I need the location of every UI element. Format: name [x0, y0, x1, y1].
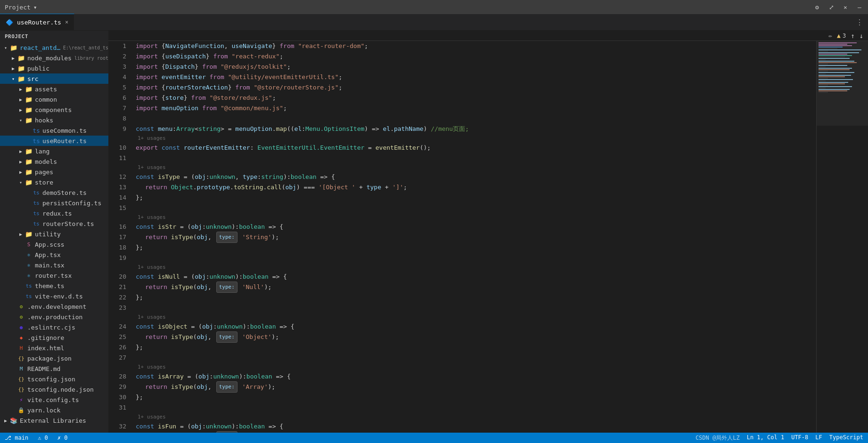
sidebar-item-pages[interactable]: ▶ 📁 pages: [0, 167, 108, 177]
sidebar-item-react-antd-ts[interactable]: ▾ 📁 react_antd_ts E:\react_antd_ts: [0, 42, 108, 53]
sidebar-item-gitignore[interactable]: ▶ ◆ .gitignore: [0, 332, 108, 343]
project-label[interactable]: Project: [5, 4, 31, 11]
warnings-status[interactable]: ⚠ 0: [38, 435, 48, 441]
minimap-content: [817, 41, 868, 419]
code-line-31: [136, 403, 816, 413]
arrow-icon: ▾: [2, 44, 9, 51]
title-bar-left: Project ▾: [5, 4, 37, 11]
code-line-32: const isFun = (obj:unknown):boolean => {: [136, 421, 816, 432]
editor-area: ✏ ▲ 3 ↑ ↓ 1 2 3 4 5 6 7 8 9 10 11: [108, 31, 868, 433]
code-line-9: const menu:Array<string> = menuOption.ma…: [136, 124, 816, 134]
sidebar-item-demostore[interactable]: ▶ ts demoStore.ts: [0, 187, 108, 198]
expand-icon[interactable]: ⤢: [827, 3, 835, 11]
encoding[interactable]: UTF-8: [791, 434, 808, 442]
editor-top-bar: ✏ ▲ 3 ↑ ↓: [108, 31, 868, 41]
sidebar-item-assets[interactable]: ▶ 📁 assets: [0, 84, 108, 94]
json-icon: {}: [17, 385, 25, 394]
tsx-icon: ⚛: [25, 261, 33, 269]
title-bar: Project ▾ ⚙ ⤢ × —: [0, 0, 868, 14]
warning-icon: ▲: [837, 32, 841, 39]
sidebar-item-src[interactable]: ▾ 📁 src: [0, 73, 108, 84]
ts-icon: ts: [32, 209, 41, 217]
sidebar-item-tsconfig-node[interactable]: ▶ {} tsconfig.node.json: [0, 384, 108, 395]
project-dropdown-icon[interactable]: ▾: [33, 4, 37, 11]
folder-icon: 📁: [17, 54, 25, 62]
nav-down-button[interactable]: ↓: [860, 32, 863, 40]
code-line-7: import menuOption from "@common/menu.js"…: [136, 103, 816, 113]
code-line-30: };: [136, 392, 816, 403]
nav-up-button[interactable]: ↑: [851, 32, 854, 40]
code-line-18: };: [136, 242, 816, 253]
sidebar-item-common[interactable]: ▶ 📁 common: [0, 94, 108, 105]
code-editor[interactable]: import {NavigateFunction, useNavigate} f…: [132, 41, 816, 433]
sidebar-item-persistconfig[interactable]: ▶ ts persistConfig.ts: [0, 198, 108, 208]
sidebar-item-package-json[interactable]: ▶ {} package.json: [0, 353, 108, 363]
sidebar-item-router-tsx[interactable]: ▶ ⚛ router.tsx: [0, 270, 108, 281]
tab-use-router[interactable]: 🔷 useRouter.ts ×: [0, 14, 74, 30]
sidebar-item-env-prod[interactable]: ▶ ⚙ .env.production: [0, 312, 108, 322]
arrow-icon: ▶: [17, 230, 25, 238]
sidebar-item-env-dev[interactable]: ▶ ⚙ .env.development: [0, 301, 108, 312]
arrow-icon: ▶: [9, 64, 17, 72]
sidebar-item-usecommon[interactable]: ▶ ts useCommon.ts: [0, 125, 108, 136]
cursor-position[interactable]: Ln 1, Col 1: [747, 434, 784, 442]
ts-icon: ts: [32, 188, 41, 197]
folder-icon: 📁: [25, 157, 33, 166]
sidebar-item-theme[interactable]: ▶ ts theme.ts: [0, 281, 108, 291]
sidebar-item-hooks[interactable]: ▾ 📁 hooks: [0, 115, 108, 125]
sidebar-item-routerstore[interactable]: ▶ ts routerStore.ts: [0, 218, 108, 229]
code-line-20: const isNull = (obj:unknown):boolean => …: [136, 272, 816, 282]
arrow-icon: ▾: [17, 178, 25, 186]
sidebar-item-public[interactable]: ▶ 📁 public: [0, 63, 108, 73]
sidebar-item-lang[interactable]: ▶ 📁 lang: [0, 146, 108, 156]
sidebar-item-external-libs[interactable]: ▶ 📚 External Libraries: [0, 415, 108, 426]
sidebar-item-node-modules[interactable]: ▶ 📁 node_modules library root: [0, 53, 108, 63]
code-line-16: const isStr = (obj:unknown):boolean => {: [136, 222, 816, 232]
folder-icon: 📁: [25, 95, 33, 104]
sidebar-item-vite-env[interactable]: ▶ ts vite-env.d.ts: [0, 291, 108, 301]
sidebar-item-store[interactable]: ▾ 📁 store: [0, 177, 108, 187]
tab-icon: 🔷: [6, 19, 13, 26]
minimize-icon[interactable]: —: [856, 3, 863, 11]
code-line-6: import {store} from "@store/redux.js";: [136, 93, 816, 103]
code-line-23: [136, 303, 816, 313]
sidebar-item-vite-config[interactable]: ▶ ⚡ vite.config.ts: [0, 395, 108, 405]
sidebar-item-userouter[interactable]: ▶ ts useRouter.ts: [0, 136, 108, 146]
sidebar-item-redux[interactable]: ▶ ts redux.ts: [0, 208, 108, 218]
arrow-icon: ▶: [17, 85, 25, 93]
sidebar-item-eslint[interactable]: ▶ ● .eslintrc.cjs: [0, 322, 108, 332]
status-bar: ⎇ main ⚠ 0 ✗ 0 CSDN @局外人LZ Ln 1, Col 1 U…: [0, 433, 868, 443]
ts-icon: ts: [32, 137, 41, 145]
folder-icon: 📁: [9, 43, 18, 52]
sidebar-item-index-html[interactable]: ▶ H index.html: [0, 343, 108, 353]
sidebar-item-readme[interactable]: ▶ M README.md: [0, 363, 108, 374]
sidebar-item-app-scss[interactable]: ▶ S App.scss: [0, 239, 108, 250]
arrow-icon: ▶: [17, 147, 25, 155]
code-line-25: return isType(obj, type: 'Object');: [136, 332, 816, 342]
code-line-26: };: [136, 342, 816, 353]
errors-status[interactable]: ✗ 0: [57, 435, 68, 441]
sidebar-item-components[interactable]: ▶ 📁 components: [0, 105, 108, 115]
code-line-3: import {Dispatch} from "@reduxjs/toolkit…: [136, 62, 816, 72]
sidebar-item-utility[interactable]: ▶ 📁 utility: [0, 229, 108, 239]
code-line-13: return Object.prototype.toString.call(ob…: [136, 182, 816, 193]
tab-close-button[interactable]: ×: [65, 19, 68, 25]
code-line-4: import eventEmitter from "@utility/event…: [136, 72, 816, 82]
sidebar-item-main-tsx[interactable]: ▶ ⚛ main.tsx: [0, 260, 108, 270]
close-icon[interactable]: ×: [842, 3, 849, 11]
code-line-27: [136, 353, 816, 363]
tab-more-button[interactable]: ⋮: [851, 18, 868, 27]
edit-icon[interactable]: ✏: [828, 32, 832, 39]
code-line-1: import {NavigateFunction, useNavigate} f…: [136, 41, 816, 51]
folder-icon: 📁: [17, 64, 25, 72]
sidebar-item-app-tsx[interactable]: ▶ ⚛ App.tsx: [0, 250, 108, 260]
sidebar-item-yarn-lock[interactable]: ▶ 🔒 yarn.lock: [0, 405, 108, 415]
sidebar-item-tsconfig[interactable]: ▶ {} tsconfig.json: [0, 374, 108, 384]
sidebar-item-models[interactable]: ▶ 📁 models: [0, 156, 108, 167]
git-branch[interactable]: ⎇ main: [5, 435, 28, 441]
watermark: CSDN @局外人LZ: [696, 434, 740, 442]
settings-icon[interactable]: ⚙: [813, 3, 821, 11]
arrow-icon: ▾: [9, 75, 17, 82]
language-mode[interactable]: TypeScript: [829, 434, 863, 442]
line-ending[interactable]: LF: [815, 434, 822, 442]
